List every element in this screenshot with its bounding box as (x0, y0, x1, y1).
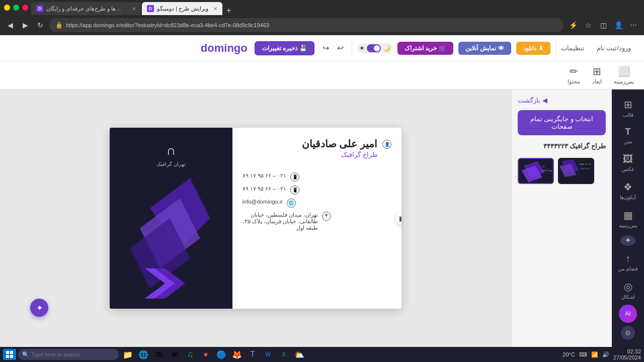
eye-icon: 👁 (498, 45, 504, 52)
download-icon: ⬇ (538, 45, 543, 52)
add-content-button[interactable]: + (620, 235, 635, 246)
new-tab-button[interactable]: + (223, 6, 234, 15)
tab-close-1[interactable]: ✕ (132, 6, 136, 12)
taskbar-mail[interactable]: ✉ (168, 349, 182, 360)
phone-icon-1: 📱 (290, 172, 299, 182)
taskbar-app1[interactable]: 🔵 (214, 349, 228, 360)
login-button[interactable]: ورود/ثبت نام (590, 41, 638, 55)
svg-text:∩: ∩ (542, 164, 545, 168)
redo-button[interactable]: ↪ (319, 41, 332, 55)
save-button[interactable]: 💾 ذخیره تغییرات (255, 41, 314, 55)
ai-button[interactable]: AI (619, 305, 637, 323)
back-button[interactable]: ◀ بازگشت (512, 94, 612, 107)
taskbar-teams[interactable]: T (246, 349, 260, 360)
background-panel-icon: ▦ (623, 209, 633, 221)
favorites-icon[interactable]: ☆ (582, 19, 595, 32)
tool-dimensions[interactable]: ⊞ ابعاد (592, 65, 602, 85)
content-tool-icon: ✏ (570, 65, 578, 77)
header-divider-2 (352, 41, 352, 55)
taskbar-weather[interactable]: ⛅ (292, 349, 306, 360)
browser-tab-1[interactable]: D قالب‌ها و طرح‌های حرفه‌ای و رایگان ✕ (31, 2, 141, 15)
text-panel-icon: T (625, 127, 631, 137)
close-btn[interactable] (22, 5, 28, 11)
sun-icon: ☀ (359, 45, 365, 52)
header-divider-1 (555, 41, 556, 55)
panel-item-upload[interactable]: ↑ فضای من (614, 249, 642, 276)
theme-toggle[interactable]: 🌙 ☀ (357, 43, 392, 53)
back-nav-btn[interactable]: ◀ (4, 19, 16, 31)
download-button[interactable]: ⬇ دانلود (516, 42, 550, 55)
minimize-btn[interactable] (4, 5, 10, 11)
purchase-button[interactable]: 🛒 خرید اشتراک (397, 42, 453, 55)
person-icon: 👤 (382, 140, 391, 149)
tab-favicon-1: D (36, 5, 43, 12)
canvas-area[interactable]: ∩ تهران گرافیک امیر علی صادقیان طراح گرا… (0, 89, 511, 347)
card-logo-container: ∩ تهران گرافیک (110, 143, 232, 167)
taskbar-excel[interactable]: X (277, 349, 291, 360)
svg-rect-20 (6, 355, 9, 358)
tab-close-2[interactable]: ✕ (213, 6, 217, 12)
thumb-svg-2: ∩ تهران گرافیک امیر علی صادقیان (559, 159, 593, 183)
panel-item-photo[interactable]: 🖼 عکس (614, 149, 642, 176)
panel-item-text[interactable]: T متن (614, 123, 642, 148)
card-left-section: ∩ تهران گرافیک (110, 128, 232, 309)
profile-icon[interactable]: 👤 (612, 19, 625, 32)
taskbar-app-icons: 📁 🌐 🛍 ✉ ♫ ● 🔵 🦊 T W X ⛅ (121, 349, 560, 360)
address-bar[interactable]: 🔒 https://app.domingo.ir/editor?industry… (49, 18, 564, 32)
upload-panel-icon: ↑ (625, 253, 630, 264)
window-controls (4, 5, 28, 11)
tab-label-2: ویرایش طرح | دومینگو (157, 6, 208, 12)
tool-background[interactable]: ⬜ پس‌زمینه (614, 65, 634, 85)
phone-icon-2: 📱 (290, 186, 299, 195)
taskbar-firefox[interactable]: 🦊 (230, 349, 244, 360)
svg-text:تهران گرافیک: تهران گرافیک (581, 167, 589, 169)
taskbar-word[interactable]: W (261, 349, 275, 360)
preview-button[interactable]: 👁 نمایش آنلاین (458, 42, 511, 55)
taskbar-spotify[interactable]: ♫ (183, 349, 197, 360)
taskbar-chrome[interactable]: ● (199, 349, 213, 360)
designer-label: طراح گرافیک ۳۴۴۳۲۲۳ (512, 138, 612, 154)
undo-redo-group: ↩ ↪ (319, 41, 347, 55)
template-thumb-1[interactable]: ∩ تهران گرافیک (518, 158, 554, 184)
browser-tab-2[interactable]: D ویرایش طرح | دومینگو ✕ (142, 2, 222, 15)
contact-email: 🌐 info@domingo.ir (243, 199, 391, 208)
logo-text: domingo (201, 42, 248, 55)
card-right-section: امیر علی صادقیان طراح گرافیک 👤 📱 ۰۲۱ – ۶… (232, 128, 401, 309)
taskbar-store[interactable]: 🛍 (152, 349, 166, 360)
taskbar-search[interactable]: 🔍 (18, 349, 119, 360)
card-company-name: تهران گرافیک (156, 161, 186, 167)
web-icon: 🌐 (287, 199, 296, 208)
taskbar-right: 20°C ⌨ 📶 🔊 02:32 27/05/2024 (562, 348, 641, 360)
start-button[interactable] (3, 349, 16, 360)
panel-settings-icon[interactable]: ⚙ (621, 326, 635, 340)
forward-nav-btn[interactable]: ▶ (19, 19, 31, 31)
volume-icon: 🔊 (602, 351, 609, 358)
logo: domingo (201, 42, 250, 55)
taskbar-search-input[interactable] (31, 351, 115, 357)
panel-item-icons[interactable]: ❖ آیکون‌ها (614, 177, 642, 204)
toggle-pill[interactable] (367, 44, 381, 52)
taskbar-file-explorer[interactable]: 📁 (121, 349, 135, 360)
panel-item-shapes[interactable]: ◎ اشکال (614, 277, 642, 304)
settings-button[interactable]: تنظیمات (561, 44, 585, 52)
tab-favicon-2: D (147, 5, 154, 12)
panel-item-template[interactable]: ⊞ قالب (614, 95, 642, 122)
search-icon: 🔍 (22, 351, 29, 358)
card-person-name: امیر علی صادقیان (302, 138, 377, 150)
maximize-btn[interactable] (13, 5, 19, 11)
taskbar-edge[interactable]: 🌐 (136, 349, 150, 360)
tab-bar: D قالب‌ها و طرح‌های حرفه‌ای و رایگان ✕ D… (31, 0, 640, 15)
extensions-icon[interactable]: ⚡ (567, 19, 580, 32)
refresh-nav-btn[interactable]: ↻ (34, 19, 46, 31)
collections-icon[interactable]: ◫ (597, 19, 610, 32)
save-icon: 💾 (299, 45, 307, 52)
tool-content[interactable]: ✏ محتوا (568, 65, 580, 85)
undo-button[interactable]: ↩ (334, 41, 347, 55)
fab-button[interactable]: ✦ (30, 299, 48, 317)
main-layout: ∩ تهران گرافیک امیر علی صادقیان طراح گرا… (0, 89, 644, 347)
canvas-card[interactable]: ∩ تهران گرافیک امیر علی صادقیان طراح گرا… (110, 128, 401, 309)
replace-all-button[interactable]: انتخاب و جایگزینی تمام صفحات (518, 110, 606, 135)
panel-item-background[interactable]: ▦ پس‌زمینه (614, 205, 642, 232)
more-icon[interactable]: ⋯ (627, 19, 640, 32)
template-thumb-2[interactable]: ∩ تهران گرافیک امیر علی صادقیان (558, 158, 594, 184)
